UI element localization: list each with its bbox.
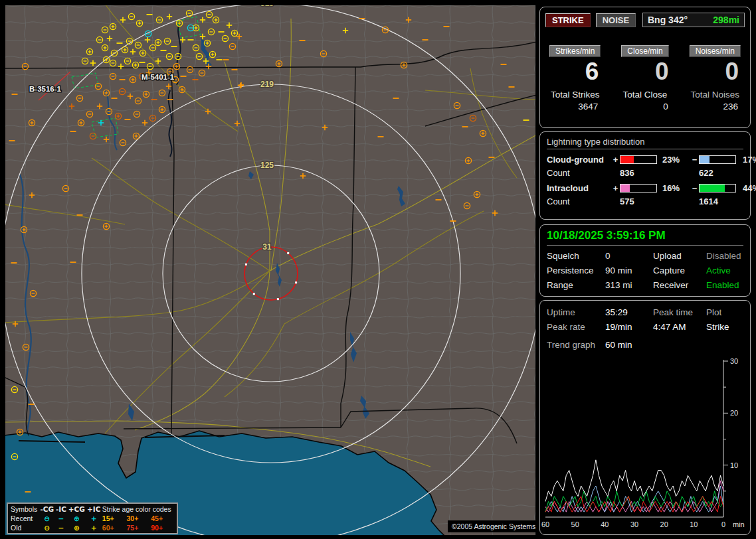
peak-time-value: 4:47 AM [653,322,706,332]
intracloud-label: Intracloud [547,183,611,193]
ring-label-313: 313 [260,5,274,8]
receiver-label: Receiver [653,280,706,290]
y-tick-label: 30 [730,357,738,365]
persistence-value: 90 min [605,266,653,275]
upload-label: Upload [653,251,706,261]
legend-age-code: 15+ [102,514,126,523]
total-close-label: Total Close [610,90,680,100]
total-noises-label: Total Noises [680,90,750,100]
datetime-display: 10/18/2025 3:59:16 PM [547,229,743,246]
capture-status: Active [706,266,750,275]
cg-plus-pct: 23% [660,155,690,165]
minus-sign: − [690,155,699,165]
legend-symbol: − [55,523,68,532]
trend-series-cloud-ground-minus [545,486,723,512]
ring-dot [245,264,247,266]
distribution-title: Lightning type distribution [547,137,743,149]
upload-status: Disabled [706,251,750,261]
trend-series-intracloud-minus [545,491,723,512]
legend-age-title: Strike age color codes [102,504,175,514]
cg-plus-count: 836 [620,168,690,178]
range-label: Range [547,280,605,290]
storm-cell-label: B-3516-1 [29,85,62,93]
x-tick-label: 30 [630,520,638,528]
ring-dot [253,293,255,295]
ring-label-125: 125 [260,161,274,170]
plus-sign: + [611,183,620,193]
intracloud-count-row: Count 575 1614 [547,196,746,206]
plus-sign: + [611,155,620,165]
distance-value: 298mi [713,15,739,25]
close-column: Close/min 0 Total Close 0 [610,44,680,112]
ic-plus-count: 575 [620,196,690,206]
capture-label: Capture [653,266,706,275]
lightning-map[interactable]: 31321912531 M-5401-1B-3516-1 Symbols-CG-… [5,5,535,535]
ic-plus-pct: 16% [660,183,690,193]
legend-header: -IC [55,504,68,514]
total-noises-value: 236 [680,102,750,112]
squelch-value: 0 [605,251,653,261]
ic-minus-bar [699,184,736,193]
y-tick-label: 10 [730,461,738,469]
storm-cell-label: M-5401-1 [142,73,175,81]
close-per-min-button[interactable]: Close/min [621,45,668,57]
peak-rate-value: 19/min [605,322,653,332]
range-value: 313 mi [605,280,653,290]
noise-mode-button[interactable]: NOISE [596,13,636,27]
counters-panel: STRIKE NOISE Bng 342° 298mi Strikes/min … [539,7,751,128]
cloud-ground-row: Cloud-ground + 23% − 17% [547,155,746,165]
total-close-value: 0 [610,102,680,112]
legend-row-label: Recent [10,514,39,523]
cg-plus-bar [620,155,657,164]
legend-age-code: 45+ [150,514,175,523]
x-tick-label: 0 [721,520,725,528]
persistence-label: Persistence [547,266,605,275]
ring-label-31: 31 [262,242,272,252]
receiver-status: Enabled [706,280,750,290]
ic-minus-pct: 44% [740,183,756,193]
strike-mode-button[interactable]: STRIKE [545,13,591,27]
noises-per-min-button[interactable]: Noises/min [690,45,741,57]
cloud-ground-count-row: Count 836 622 [547,168,746,178]
count-label: Count [547,168,611,178]
plot-mode-value: Strike [706,322,750,332]
status-panel: 10/18/2025 3:59:16 PM Squelch 0 Upload D… [539,224,751,297]
ring-dot [277,298,279,300]
ring-label-219: 219 [260,80,274,89]
cg-minus-bar [699,155,736,164]
copyright-text: ©2005 Astrogenic Systems [448,520,537,532]
noises-per-min-value: 0 [680,58,750,86]
minus-sign: − [690,183,699,193]
map-canvas[interactable]: 31321912531 M-5401-1B-3516-1 [5,5,535,535]
strikes-per-min-button[interactable]: Strikes/min [549,45,601,57]
legend-age-code: 60+ [102,523,126,532]
strikes-column: Strikes/min 6 Total Strikes 3647 [540,44,610,112]
legend-header: Symbols [10,504,39,514]
ring-dot [287,252,289,254]
total-strikes-value: 3647 [540,102,610,112]
peak-time-label: Peak time [653,307,706,317]
plot-label: Plot [706,307,750,317]
distribution-panel: Lightning type distribution Cloud-ground… [539,131,751,220]
bearing-readout: Bng 342° 298mi [642,13,745,27]
trend-graph: 3020106050403020100min [540,354,750,534]
trend-graph-label: Trend graph [547,340,605,350]
x-tick-label: 50 [571,520,579,528]
legend-symbol: ⊖ [39,523,55,532]
ic-minus-count: 1614 [699,196,756,206]
uptime-value: 35:29 [605,307,653,317]
trend-series-cloud-ground-plus [545,497,723,512]
close-per-min-value: 0 [610,58,680,86]
cg-minus-pct: 17% [740,155,756,165]
session-panel: Uptime 35:29 Peak time Plot Peak rate 19… [539,300,751,535]
legend-symbol: + [86,514,101,523]
legend-symbol: + [86,523,101,532]
legend-symbol: ⊕ [67,514,86,523]
legend-symbol: − [55,514,68,523]
cg-minus-count: 622 [699,168,756,178]
y-tick-label: 20 [730,409,738,417]
legend-header: +IC [86,504,101,514]
legend-age-code: 75+ [126,523,151,532]
legend-header: +CG [67,504,86,514]
symbol-legend: Symbols-CG-IC+CG+ICStrike age color code… [7,502,178,534]
